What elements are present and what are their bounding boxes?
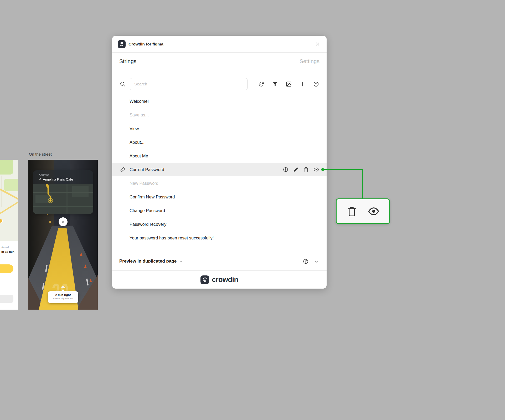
direction-subtitle: 6 Rue Tiquetonne bbox=[48, 297, 78, 300]
string-row[interactable]: Password recovery bbox=[112, 217, 327, 231]
search-icon bbox=[120, 81, 126, 87]
close-icon bbox=[61, 220, 65, 224]
string-label: New Password bbox=[130, 181, 158, 186]
plugin-tab-bar: Strings Settings bbox=[112, 53, 327, 70]
eye-icon bbox=[367, 206, 381, 217]
string-label: View bbox=[130, 126, 139, 131]
link-icon bbox=[120, 167, 126, 172]
actions-zoom-callout bbox=[336, 198, 390, 224]
map-marker bbox=[0, 219, 2, 223]
string-row[interactable]: About Me bbox=[112, 149, 327, 163]
traffic-cone bbox=[89, 279, 92, 282]
close-route-button[interactable] bbox=[59, 217, 68, 226]
help-icon[interactable] bbox=[303, 258, 309, 264]
plus-icon[interactable] bbox=[299, 81, 306, 87]
gray-button-partial bbox=[0, 295, 13, 303]
yellow-button-partial bbox=[0, 264, 13, 273]
string-row[interactable]: About... bbox=[112, 135, 327, 149]
preview-bar: Preview in duplicated page bbox=[112, 252, 327, 271]
arrival-time: in 15 min bbox=[1, 250, 14, 253]
string-row[interactable]: Confirm New Password bbox=[112, 190, 327, 204]
street-design-frame: 20 Address Angelina Paris Cafe 2 bbox=[28, 160, 98, 310]
address-card: Address Angelina Paris Cafe bbox=[33, 170, 93, 214]
direction-card: 2 min right 6 Rue Tiquetonne bbox=[48, 291, 78, 303]
crowdin-logo-icon bbox=[200, 275, 209, 284]
filter-icon[interactable] bbox=[272, 81, 278, 87]
string-row-current-password[interactable]: Current Password bbox=[112, 163, 327, 176]
help-icon[interactable] bbox=[313, 81, 319, 87]
preview-label[interactable]: Preview in duplicated page bbox=[119, 259, 177, 264]
string-label: About... bbox=[130, 140, 145, 145]
info-icon[interactable] bbox=[283, 167, 288, 172]
frame-label[interactable]: On the street bbox=[29, 152, 52, 156]
chevron-down-icon[interactable] bbox=[313, 258, 320, 264]
string-label: Save as... bbox=[130, 112, 149, 117]
chevron-down-icon[interactable] bbox=[179, 259, 183, 263]
plugin-footer: crowdin bbox=[112, 271, 327, 289]
address-value: Angelina Paris Cafe bbox=[43, 177, 73, 181]
traffic-cone bbox=[84, 264, 87, 268]
row-actions bbox=[283, 167, 319, 172]
refresh-icon[interactable] bbox=[258, 81, 265, 87]
crowdin-logo-icon bbox=[118, 40, 126, 48]
string-row[interactable]: Save as... bbox=[112, 108, 327, 122]
mini-map bbox=[33, 184, 93, 214]
tab-settings[interactable]: Settings bbox=[300, 58, 320, 64]
edit-icon[interactable] bbox=[293, 167, 299, 172]
string-row[interactable]: Your password has been reset successfull… bbox=[112, 231, 327, 245]
string-row[interactable]: Welcome! bbox=[112, 94, 327, 108]
string-label: Current Password bbox=[130, 167, 164, 172]
navigation-icon bbox=[38, 178, 41, 181]
delete-icon bbox=[346, 205, 358, 217]
path-arrow bbox=[61, 285, 65, 288]
crowdin-plugin-window: Crowdin for figma Strings Settings Welco… bbox=[112, 36, 327, 289]
traffic-cone bbox=[80, 252, 83, 256]
string-label: Your password has been reset successfull… bbox=[130, 235, 214, 240]
image-icon[interactable] bbox=[286, 81, 292, 87]
direction-title: 2 min right bbox=[48, 293, 78, 296]
address-label: Address bbox=[39, 173, 49, 176]
string-label: Welcome! bbox=[130, 99, 149, 104]
search-input[interactable] bbox=[130, 78, 248, 90]
map-park-shape bbox=[0, 160, 13, 175]
string-label: Password recovery bbox=[130, 222, 166, 227]
string-row[interactable]: Change Password bbox=[112, 204, 327, 217]
string-label: About Me bbox=[130, 153, 148, 158]
plugin-toolbar bbox=[112, 70, 327, 94]
map-park-shape bbox=[4, 179, 18, 191]
close-icon[interactable] bbox=[314, 40, 321, 48]
map-road-shape bbox=[0, 201, 18, 214]
string-row[interactable]: View bbox=[112, 122, 327, 135]
plugin-title: Crowdin for figma bbox=[128, 42, 163, 47]
direction-card-notch bbox=[61, 289, 65, 291]
strings-list: Welcome! Save as... View About... About … bbox=[112, 94, 327, 252]
string-label: Change Password bbox=[130, 208, 165, 213]
arrival-label: Arrival bbox=[1, 246, 9, 249]
tab-strings[interactable]: Strings bbox=[119, 58, 136, 64]
map-preview bbox=[0, 160, 18, 241]
string-label: Confirm New Password bbox=[130, 194, 175, 199]
plugin-header: Crowdin for figma bbox=[112, 36, 327, 53]
mini-map-graphic bbox=[33, 184, 93, 214]
string-row[interactable]: New Password bbox=[112, 176, 327, 190]
delete-icon[interactable] bbox=[303, 167, 309, 172]
window-light bbox=[49, 221, 51, 223]
crowdin-wordmark: crowdin bbox=[212, 276, 238, 284]
eye-icon[interactable] bbox=[313, 167, 319, 172]
map-design-frame: Arrival in 15 min bbox=[0, 160, 18, 310]
